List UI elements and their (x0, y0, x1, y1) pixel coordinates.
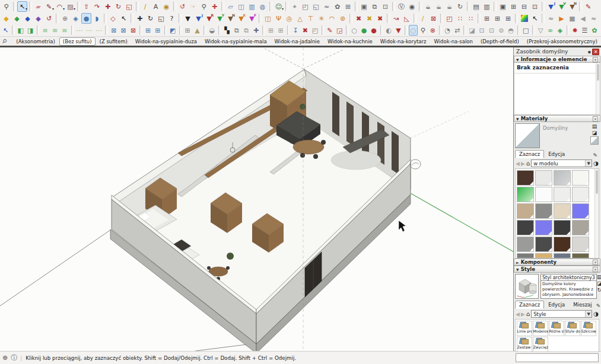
expand-icon[interactable]: ▼ (516, 117, 519, 121)
refresh-style-icon[interactable]: ↻ (597, 287, 601, 293)
material-swatch-walnut[interactable] (554, 237, 571, 252)
entity-info-detach-button[interactable]: ✕ (593, 57, 598, 62)
styles-tab-mieszaj[interactable]: Mieszaj (569, 301, 596, 309)
grab-box-tool-button[interactable]: □ (521, 25, 530, 36)
materials-edit-pencil-icon[interactable]: ✎ (593, 152, 599, 158)
section-display-toggle-button[interactable]: ◫ (236, 1, 246, 12)
material-swatch-white[interactable] (535, 187, 552, 202)
materials-detach-button[interactable]: ✕ (593, 116, 598, 122)
arrow-down-red-tool-button[interactable]: ▼ (394, 25, 403, 36)
back-icon[interactable]: ◀ (516, 161, 520, 167)
pattern-circle-tool-button[interactable]: ⊜ (497, 25, 505, 36)
add-person-tool-button[interactable]: ☺▾ (274, 1, 284, 12)
vray-render-button[interactable]: ☕ (423, 1, 433, 12)
sun-red-tool-button[interactable]: ✹ (570, 25, 579, 36)
select-tool-button[interactable]: ↖▾ (17, 1, 27, 12)
style-folder-linie-pror[interactable]: Linie pror (517, 321, 532, 336)
component-cube-tool-button[interactable]: ◰ (300, 1, 310, 12)
material-swatch-charcoal[interactable] (554, 220, 571, 235)
display-mode-shaded-button[interactable]: ▤ (471, 1, 481, 12)
style-folder-zestaw-k[interactable]: Zestaw k (517, 337, 532, 352)
line-tool-dropdown-icon[interactable]: ▾ (52, 7, 54, 11)
weld-alt-tool-button[interactable]: ≈ (589, 13, 599, 24)
expand-icon[interactable]: ▼ (516, 58, 519, 62)
gradient-swatch-tool-button[interactable]: ■ (519, 13, 529, 24)
grid-stack-tool-button[interactable]: ⊞ (183, 25, 192, 36)
forward-icon[interactable]: ▶ (521, 311, 525, 317)
move-black-tool-button[interactable]: ✚ (135, 13, 145, 24)
scene-tab-5[interactable]: Widok-na-sypialnie-mala (201, 37, 271, 46)
freehand-extra-tool-button[interactable]: ✎ (583, 1, 593, 12)
paste-nodes-tool-button[interactable]: ⧉ (242, 25, 251, 36)
text-tool-button[interactable]: A (151, 1, 161, 12)
grid-tool-button[interactable]: ⊞ (343, 1, 353, 12)
tray-pin-icon[interactable]: ▪ (588, 49, 591, 55)
window-add-3-button[interactable]: ⊞ (503, 13, 513, 24)
badge-red-tool-button[interactable]: ⊗ (428, 25, 437, 36)
line-tool-button[interactable]: ✎▾ (44, 1, 54, 12)
section-half-tool-button[interactable]: ◗ (92, 13, 102, 24)
material-swatch-marble[interactable] (572, 237, 589, 252)
mirror-red-button[interactable]: ⊠ (129, 25, 138, 36)
material-swatch-gray-wood[interactable] (535, 203, 552, 219)
forward-icon[interactable]: ▶ (521, 161, 525, 167)
grid-blue-2-button[interactable]: ⊞ (153, 25, 162, 36)
styles-tab-zaznacz[interactable]: Zaznacz (515, 301, 544, 309)
scene-tab-7[interactable]: Widok-na-kuchnie (324, 37, 376, 46)
scene-tab-2[interactable]: (Bez sufitu) (59, 37, 96, 46)
material-swatch-blue-purple-2[interactable] (535, 220, 552, 235)
tray-scrollbar[interactable] (596, 63, 600, 114)
scene-tab-10[interactable]: (Depth-of-field) (477, 37, 523, 46)
components-window-button[interactable]: ▣ (359, 1, 369, 12)
joint-rows-sub-button[interactable]: ≡ (60, 25, 69, 36)
diagonal-blue-tool-button[interactable]: ◩ (168, 25, 177, 36)
plugin-armor-green-button[interactable]: ◆ (12, 13, 22, 24)
style-name-field[interactable]: Styl architektoniczny3 (540, 274, 597, 281)
dash-green-1-button[interactable]: ⋯ (75, 25, 84, 36)
drop-vector-y-button[interactable]: ▼Y (215, 13, 225, 24)
push-pull-tool-button[interactable]: ⇧ (81, 1, 91, 12)
green-face-tool-2-button[interactable]: ◨ (26, 25, 34, 36)
joint-rows-tool-1-button[interactable]: ≡ (40, 25, 49, 36)
zoom-extents-tool-button[interactable]: ✚ (209, 1, 220, 12)
back-icon[interactable]: ◀ (516, 311, 520, 317)
axis-target-tool-button[interactable]: ⊕ (60, 13, 70, 24)
plugin-red-spin-button[interactable]: ↺ (44, 13, 54, 24)
node-cross-red-1-button[interactable]: ✖ (354, 13, 364, 24)
section-mesh-tool-button[interactable]: ◈ (71, 13, 81, 24)
arc-tool-dropdown-icon[interactable]: ▾ (63, 7, 65, 11)
sphere-white-tool-button[interactable]: ○ (409, 25, 418, 36)
rectangle-tool-button[interactable]: ▨▾ (65, 1, 75, 12)
zoom-window-tool-button[interactable]: ⚲ (1, 1, 11, 12)
tray-title-bar[interactable]: Zasobnik domyślny ▪ ✕ (514, 47, 600, 56)
drop-follow-f-button[interactable]: ▼F (247, 13, 257, 24)
material-swatch-tan[interactable] (517, 203, 534, 219)
sample-style-icon[interactable]: ◑ (593, 311, 599, 317)
cursor-black-tool-button[interactable]: ↖ (530, 13, 540, 24)
material-swatch-light-gray[interactable] (535, 170, 552, 186)
materials-scrollbar[interactable] (594, 169, 599, 258)
open-polygon-tool-button[interactable]: ◰ (444, 13, 454, 24)
sample-paint-icon[interactable]: ◑ (593, 160, 599, 167)
checker-tool-button[interactable]: ▚ (222, 25, 231, 36)
dome-tool-button[interactable]: ◠ (327, 13, 337, 24)
window-preset-1-button[interactable]: ▣ (498, 1, 508, 12)
material-swatch-dark-gray[interactable] (517, 220, 534, 235)
scene-tab-3[interactable]: (Z sufitem) (96, 37, 131, 46)
vray-frame-buffer-button[interactable]: ◉ (407, 1, 417, 12)
styles-tab-edycja[interactable]: Edycja (544, 301, 569, 309)
material-swatch-mid-gray[interactable] (517, 253, 534, 258)
material-swatch-blue-purple-1[interactable] (572, 203, 589, 219)
home-icon[interactable]: ⌂ (526, 160, 530, 167)
scene-search-icon[interactable]: ⚲ (1, 37, 8, 45)
swap-nodes-tool-button[interactable]: ⇄ (453, 25, 462, 36)
dash-green-sub-button[interactable]: ⋯ (94, 25, 103, 36)
secondary-pane-icon[interactable]: ▤ (597, 274, 601, 280)
gem-green-tool-button[interactable]: ◈ (555, 25, 564, 36)
circle-orange-tool-button[interactable]: ◎ (284, 13, 294, 24)
materials-tab-zaznacz[interactable]: Zaznacz (515, 150, 544, 158)
window-preset-3-button[interactable]: ⊟ (519, 1, 529, 12)
material-swatch-gold-fabric[interactable] (535, 253, 552, 258)
rectangle-tool-dropdown-icon[interactable]: ▾ (74, 7, 75, 11)
joint-rows-add-button[interactable]: ≡ (50, 25, 59, 36)
